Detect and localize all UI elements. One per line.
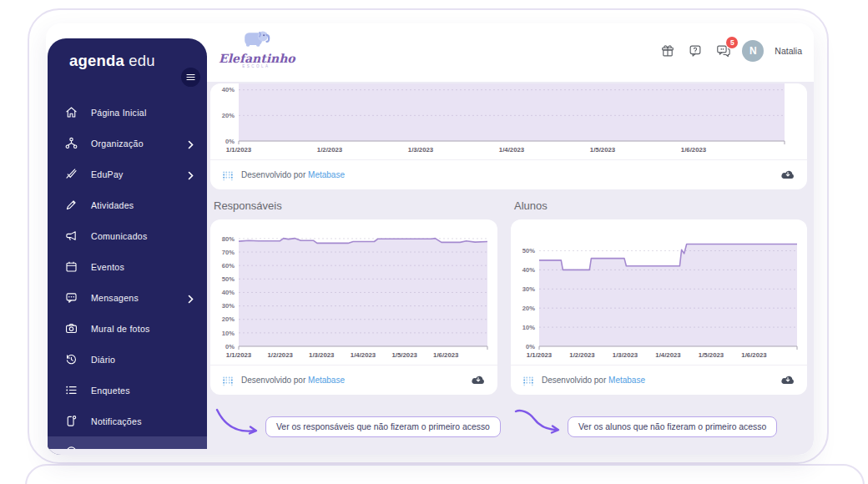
metabase-credit: Desenvolvido por Metabase (542, 376, 645, 385)
svg-text:10%: 10% (522, 324, 535, 331)
svg-text:1/1/2023: 1/1/2023 (226, 351, 252, 359)
svg-text:1/4/2023: 1/4/2023 (351, 351, 376, 359)
sidebar-collapse-button[interactable] (181, 68, 200, 87)
svg-text:30%: 30% (522, 285, 535, 293)
calendar-icon (64, 260, 78, 274)
metabase-footer: Desenvolvido por Metabase (210, 365, 497, 395)
school-name: Elefantinho (219, 53, 294, 63)
svg-text:1/2/2023: 1/2/2023 (317, 146, 343, 154)
metabase-logo-icon (222, 375, 234, 386)
alunos-chart[interactable]: 0%10%20%30%40%50%1/1/20231/2/20231/3/202… (511, 219, 807, 365)
download-icon[interactable] (471, 375, 486, 386)
sidebar-item-diario[interactable]: Diário (48, 344, 207, 375)
edupay-check-icon (64, 167, 78, 181)
hamburger-icon (186, 73, 195, 81)
sidebar-item-enquetes[interactable]: Enquetes (48, 375, 207, 406)
alunos-chart-card: 0%10%20%30%40%50%1/1/20231/2/20231/3/202… (511, 219, 807, 395)
charts-row: Responsáveis 0%10%20%30%40%50%60%70%80%1… (210, 196, 807, 441)
svg-text:40%: 40% (522, 266, 535, 274)
alunos-title: Alunos (514, 199, 807, 212)
svg-text:1/4/2023: 1/4/2023 (499, 146, 525, 154)
svg-text:70%: 70% (222, 249, 235, 256)
svg-text:1/3/2023: 1/3/2023 (613, 351, 638, 359)
logo-text-light: edu (129, 52, 154, 69)
metabase-link[interactable]: Metabase (608, 376, 645, 385)
messages-icon[interactable]: 5 (714, 43, 731, 59)
chat-bubble-icon (64, 290, 78, 305)
svg-text:30%: 30% (222, 302, 235, 310)
sidebar-item-comunicados[interactable]: Comunicados (48, 220, 207, 251)
avatar[interactable]: N (742, 40, 764, 62)
alunos-cta: Ver os alunos que não fizeram o primeiro… (512, 406, 807, 441)
svg-text:0%: 0% (526, 343, 535, 350)
sidebar-item-atividades[interactable]: Atividades (48, 189, 207, 220)
metabase-link[interactable]: Metabase (308, 376, 345, 385)
svg-text:1/1/2023: 1/1/2023 (226, 146, 252, 154)
pencil-icon (64, 198, 78, 212)
download-icon[interactable] (780, 169, 795, 180)
school-logo[interactable]: Elefantinho ESCOLA (219, 28, 294, 68)
chat-badge: 5 (726, 37, 738, 48)
help-icon[interactable] (687, 43, 704, 59)
responsaveis-cta: Ver os responsáveis que não fizeram o pr… (210, 406, 497, 441)
sidebar-item-notificacoes[interactable]: Notificações (48, 406, 207, 436)
metabase-credit: Desenvolvido por Metabase (241, 170, 345, 179)
megaphone-icon (64, 229, 78, 243)
elephant-icon (240, 28, 272, 50)
camera-icon (64, 321, 78, 335)
list-icon (64, 383, 78, 397)
sidebar-item-mensagens[interactable]: Mensagens (48, 282, 207, 313)
metabase-logo-icon (222, 169, 234, 181)
svg-text:0%: 0% (225, 343, 235, 350)
download-icon[interactable] (780, 375, 795, 386)
responsaveis-chart-card: 0%10%20%30%40%50%60%70%80%1/1/20231/2/20… (210, 219, 497, 395)
svg-text:50%: 50% (222, 275, 235, 283)
svg-text:1/3/2023: 1/3/2023 (408, 146, 434, 154)
sidebar-item-pagina-inicial[interactable]: Página Inicial (48, 97, 207, 128)
svg-text:20%: 20% (222, 315, 235, 323)
dashboard-content: 0%20%40%1/1/20231/2/20231/3/20231/4/2023… (207, 82, 814, 455)
svg-text:1/5/2023: 1/5/2023 (699, 351, 724, 359)
svg-text:1/5/2023: 1/5/2023 (392, 351, 418, 359)
sidebar-item-edupay[interactable]: EduPay (48, 159, 207, 189)
sidebar-item-organizacao[interactable]: Organização (48, 128, 207, 159)
svg-text:40%: 40% (222, 86, 235, 93)
gift-icon[interactable] (659, 43, 676, 59)
notification-icon (64, 414, 78, 428)
curved-arrow-icon (512, 407, 563, 441)
svg-text:10%: 10% (222, 330, 235, 337)
svg-text:0%: 0% (225, 138, 235, 145)
sidebar-item-eventos[interactable]: Eventos (48, 251, 207, 282)
chevron-right-icon (188, 138, 194, 153)
svg-text:40%: 40% (222, 289, 235, 296)
window-bottom-left (46, 449, 207, 455)
svg-text:1/6/2023: 1/6/2023 (433, 351, 459, 359)
chevron-right-icon (188, 292, 194, 307)
decorative-frame-bottom (25, 464, 865, 484)
user-name: Natalia (775, 46, 802, 56)
responsaveis-title: Responsáveis (214, 199, 497, 212)
metabase-logo-icon (522, 375, 534, 386)
svg-text:1/2/2023: 1/2/2023 (569, 351, 595, 359)
sidebar-item-mural-de-fotos[interactable]: Mural de fotos (48, 313, 207, 344)
metabase-credit: Desenvolvido por Metabase (241, 376, 345, 385)
svg-text:80%: 80% (222, 235, 235, 243)
metabase-footer: Desenvolvido por Metabase (210, 159, 807, 189)
logo-text-bold: agenda (69, 52, 124, 69)
svg-text:20%: 20% (222, 112, 235, 119)
svg-text:1/6/2023: 1/6/2023 (681, 146, 707, 154)
topbar-actions: 5 N Natalia (659, 40, 802, 62)
responsaveis-column: Responsáveis 0%10%20%30%40%50%60%70%80%1… (210, 196, 497, 441)
chevron-right-icon (188, 169, 194, 184)
agenda-edu-logo: agenda edu (48, 38, 207, 70)
metabase-link[interactable]: Metabase (308, 170, 345, 179)
org-chart-icon (64, 136, 78, 150)
responsaveis-chart[interactable]: 0%10%20%30%40%50%60%70%80%1/1/20231/2/20… (210, 219, 497, 365)
metabase-footer: Desenvolvido por Metabase (511, 365, 807, 395)
ver-alunos-button[interactable]: Ver os alunos que não fizeram o primeiro… (568, 416, 777, 437)
sidebar-nav: Página Inicial Organização EduPay Ativid… (48, 97, 207, 455)
svg-text:1/4/2023: 1/4/2023 (655, 351, 681, 359)
ver-responsaveis-button[interactable]: Ver os responsáveis que não fizeram o pr… (265, 416, 501, 437)
access-overview-chart[interactable]: 0%20%40%1/1/20231/2/20231/3/20231/4/2023… (210, 83, 807, 159)
history-icon (64, 352, 78, 366)
